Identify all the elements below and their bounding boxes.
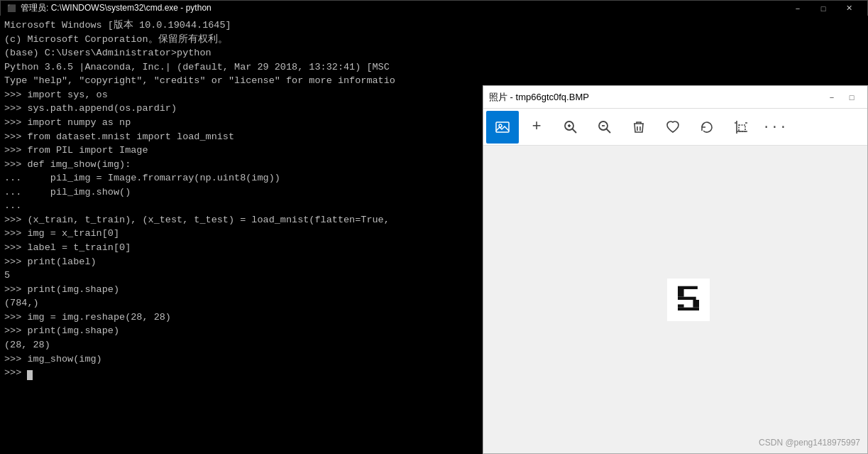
- svg-line-5: [573, 129, 577, 133]
- image-viewer-window: 照片 - tmp66gtc0fq.BMP − □ +: [483, 85, 868, 454]
- cmd-icon: ⬛: [6, 4, 16, 13]
- img-delete-button[interactable]: [622, 111, 655, 144]
- img-home-button[interactable]: [486, 111, 519, 144]
- img-maximize-button[interactable]: □: [842, 88, 862, 107]
- img-add-button[interactable]: +: [520, 111, 553, 144]
- cmd-line: (c) Microsoft Corporation。保留所有权利。: [4, 33, 864, 47]
- svg-rect-12: [678, 289, 684, 297]
- svg-rect-9: [739, 125, 745, 131]
- svg-line-8: [607, 129, 611, 133]
- img-controls: − □: [822, 88, 862, 107]
- cmd-close-button[interactable]: ✕: [836, 1, 862, 16]
- img-titlebar: 照片 - tmp66gtc0fq.BMP − □: [483, 86, 867, 109]
- img-more-button[interactable]: ···: [759, 111, 791, 144]
- cmd-line: (base) C:\Users\Administrator>python: [4, 46, 864, 60]
- cmd-line: Python 3.6.5 |Anaconda, Inc.| (default, …: [4, 60, 864, 75]
- mnist-digit-image: [667, 279, 710, 321]
- svg-rect-15: [678, 307, 699, 310]
- img-crop-button[interactable]: [725, 111, 757, 144]
- cmd-maximize-button[interactable]: □: [811, 1, 836, 16]
- cmd-title: 管理员: C:\WINDOWS\system32\cmd.exe - pytho…: [21, 2, 785, 14]
- img-toolbar: +: [483, 109, 867, 146]
- cmd-line: Microsoft Windows [版本 10.0.19044.1645]: [4, 18, 864, 33]
- svg-rect-13: [678, 296, 696, 299]
- img-content: CSDN @peng1418975997: [483, 146, 867, 453]
- img-rotate-button[interactable]: [691, 111, 723, 144]
- img-zoom-in-button[interactable]: [554, 111, 587, 144]
- svg-rect-11: [678, 286, 698, 288]
- svg-rect-14: [693, 300, 699, 308]
- img-favorite-button[interactable]: [657, 111, 689, 144]
- svg-rect-0: [496, 122, 509, 132]
- cmd-controls: − □ ✕: [785, 1, 862, 16]
- watermark: CSDN @peng1418975997: [759, 438, 860, 448]
- cmd-cursor: [27, 370, 33, 380]
- img-minimize-button[interactable]: −: [822, 88, 842, 107]
- img-zoom-out-button[interactable]: [588, 111, 621, 144]
- cmd-minimize-button[interactable]: −: [785, 1, 811, 16]
- cmd-titlebar: ⬛ 管理员: C:\WINDOWS\system32\cmd.exe - pyt…: [0, 0, 868, 16]
- img-title: 照片 - tmp66gtc0fq.BMP: [489, 91, 822, 104]
- svg-rect-16: [678, 304, 684, 307]
